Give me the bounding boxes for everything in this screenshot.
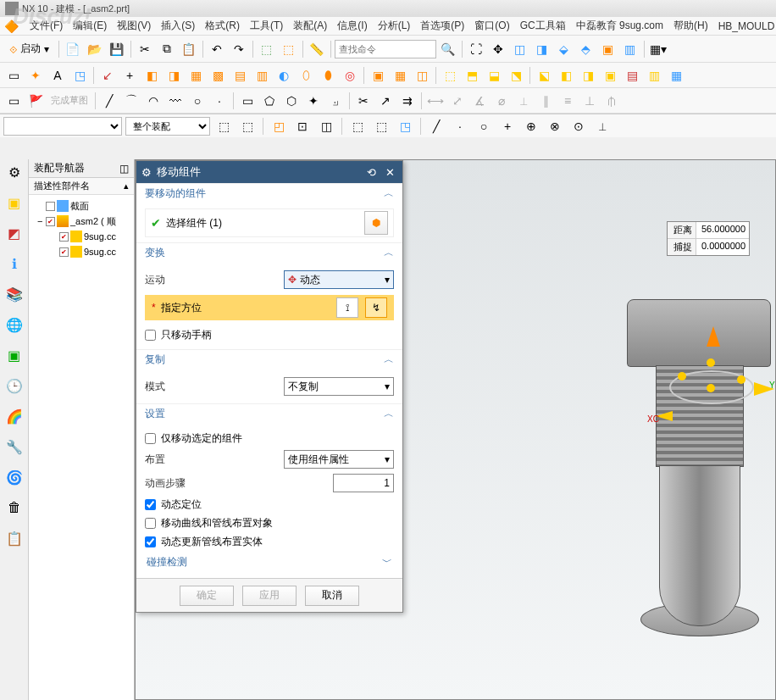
- graphics-viewport[interactable]: ⚙ 移动组件 ⟲ ✕ 要移动的组件︿ ✔ 选择组件 (1) ⬢ 变换︿ 运动: [135, 159, 776, 700]
- chevron-up-icon[interactable]: ︿: [384, 353, 394, 367]
- menu-hb[interactable]: HB_MOULD: [718, 20, 775, 32]
- feat11-icon[interactable]: ▣: [368, 65, 388, 86]
- resource-book-icon[interactable]: 📚: [5, 285, 24, 303]
- cmd1-icon[interactable]: ⬚: [257, 39, 277, 59]
- dyn-origin-ball[interactable]: [707, 384, 715, 392]
- snap11-icon[interactable]: ⊕: [521, 116, 541, 136]
- open-icon[interactable]: 📂: [85, 39, 105, 59]
- snap10-icon[interactable]: +: [497, 116, 518, 136]
- orient-csys-button[interactable]: ⟟: [336, 297, 358, 318]
- nav-toggle-icon[interactable]: ◫: [119, 163, 129, 175]
- feat2-icon[interactable]: ◨: [164, 65, 184, 86]
- asm2-icon[interactable]: ⬒: [462, 65, 482, 86]
- new-icon[interactable]: 📄: [63, 39, 83, 59]
- snap1-icon[interactable]: ◰: [269, 116, 289, 136]
- feat9-icon[interactable]: ⬮: [318, 65, 338, 86]
- resource-part-icon[interactable]: ◩: [5, 224, 24, 242]
- dim8-icon[interactable]: ⊥: [579, 91, 600, 111]
- feat10-icon[interactable]: ◎: [340, 65, 360, 86]
- anim-steps-input[interactable]: [333, 474, 394, 492]
- view-pan-icon[interactable]: ✥: [488, 39, 508, 59]
- menu-toggle-icon[interactable]: 🔶: [3, 16, 19, 36]
- asm10-icon[interactable]: ▥: [644, 65, 664, 86]
- asm7-icon[interactable]: ◨: [578, 65, 598, 86]
- feat3-icon[interactable]: ▦: [186, 65, 206, 86]
- feat7-icon[interactable]: ◐: [274, 65, 294, 86]
- asm1-icon[interactable]: ⬚: [440, 65, 460, 86]
- dim4-icon[interactable]: ⌀: [491, 91, 512, 111]
- view-persp-icon[interactable]: ⬘: [576, 39, 596, 59]
- dialog-close-icon[interactable]: ✕: [382, 164, 397, 180]
- snap-value[interactable]: 0.0000000: [696, 239, 749, 255]
- menu-info[interactable]: 信息(I): [337, 19, 367, 33]
- sk-tool2-icon[interactable]: ✦: [25, 65, 46, 86]
- snap4-icon[interactable]: ⬚: [347, 116, 368, 136]
- copy-icon[interactable]: ⧉: [157, 39, 177, 59]
- poly2-icon[interactable]: ⬡: [281, 91, 302, 111]
- dist-value[interactable]: 56.000000: [696, 222, 749, 238]
- feat1-icon[interactable]: ◧: [141, 65, 162, 86]
- dyn-z-arrow[interactable]: [707, 326, 720, 347]
- menu-window[interactable]: 窗口(O): [474, 19, 509, 33]
- feat12-icon[interactable]: ▦: [390, 65, 410, 86]
- ext-icon[interactable]: ↗: [375, 91, 396, 111]
- tree-checkbox[interactable]: ✔: [46, 217, 55, 226]
- snap5-icon[interactable]: ⬚: [371, 116, 391, 136]
- resource-web-icon[interactable]: 🌐: [5, 315, 24, 334]
- asm8-icon[interactable]: ▣: [600, 65, 620, 86]
- feat6-icon[interactable]: ▥: [252, 65, 272, 86]
- star-icon[interactable]: ✦: [303, 91, 324, 111]
- resource-tool-icon[interactable]: 🔧: [5, 437, 24, 456]
- point-icon[interactable]: ·: [209, 91, 230, 111]
- snap12-icon[interactable]: ⊗: [545, 116, 565, 136]
- orient-dynamic-button[interactable]: ↯: [365, 297, 387, 318]
- arrangement-combo[interactable]: 使用组件属性▾: [284, 450, 394, 469]
- asm11-icon[interactable]: ▦: [666, 65, 686, 86]
- only-handle-checkbox[interactable]: [145, 330, 156, 341]
- dyn-pos-checkbox[interactable]: [145, 499, 156, 510]
- select-component-label[interactable]: 选择组件 (1): [166, 216, 222, 231]
- circle-icon[interactable]: ○: [187, 91, 208, 111]
- tree-checkbox[interactable]: [46, 202, 55, 211]
- snap7-icon[interactable]: ╱: [426, 116, 446, 136]
- motion-combo[interactable]: ✥ 动态▾: [284, 270, 394, 289]
- asm6-icon[interactable]: ◧: [556, 65, 576, 86]
- select-component-button[interactable]: ⬢: [364, 211, 388, 235]
- sec-component[interactable]: 要移动的组件: [145, 186, 206, 201]
- chevron-down-icon[interactable]: ﹀: [382, 555, 392, 569]
- tree-expander[interactable]: −: [37, 216, 46, 226]
- feat8-icon[interactable]: ⬯: [296, 65, 316, 86]
- sec-transform[interactable]: 变换: [145, 246, 165, 260]
- datum-icon[interactable]: ↙: [97, 65, 118, 86]
- dynamic-csys-handle[interactable]: XC YC: [652, 330, 771, 448]
- cut-icon[interactable]: ✂: [135, 39, 155, 59]
- cancel-button[interactable]: 取消: [305, 586, 359, 606]
- resource-trash-icon[interactable]: 🗑: [5, 498, 24, 517]
- menu-format[interactable]: 格式(R): [205, 19, 240, 33]
- sketch-new-icon[interactable]: ▭: [3, 91, 24, 111]
- dyn-update-checkbox[interactable]: [145, 536, 156, 547]
- mode-combo[interactable]: 不复制▾: [284, 377, 394, 396]
- rect-icon[interactable]: ▭: [237, 91, 258, 111]
- dim6-icon[interactable]: ∥: [535, 91, 556, 111]
- render-style-icon[interactable]: ▦▾: [648, 39, 668, 59]
- chevron-up-icon[interactable]: ︿: [384, 407, 394, 421]
- tree-checkbox[interactable]: ✔: [59, 247, 69, 257]
- sk-text-icon[interactable]: A: [47, 65, 68, 86]
- snap8-icon[interactable]: ·: [450, 116, 470, 136]
- view-shade-icon[interactable]: ◨: [532, 39, 552, 59]
- tree-row[interactable]: −✔_asm2 ( 顺: [30, 214, 132, 229]
- menu-assemble[interactable]: 装配(A): [293, 19, 327, 33]
- only-selected-checkbox[interactable]: [145, 433, 156, 444]
- arc-icon[interactable]: ⌒: [121, 91, 141, 111]
- move-curves-checkbox[interactable]: [145, 518, 156, 529]
- resource-history-icon[interactable]: 🕒: [5, 376, 24, 395]
- menu-edit[interactable]: 编辑(E): [73, 19, 107, 33]
- paste-icon[interactable]: 📋: [179, 39, 199, 59]
- plus-icon[interactable]: +: [119, 65, 140, 86]
- collision-link[interactable]: 碰撞检测: [147, 555, 187, 569]
- view-layers-icon[interactable]: ▥: [620, 39, 640, 59]
- sketch-flag-icon[interactable]: 🚩: [25, 91, 46, 111]
- dialog-reset-icon[interactable]: ⟲: [363, 164, 379, 180]
- apply-button[interactable]: 应用: [242, 586, 297, 606]
